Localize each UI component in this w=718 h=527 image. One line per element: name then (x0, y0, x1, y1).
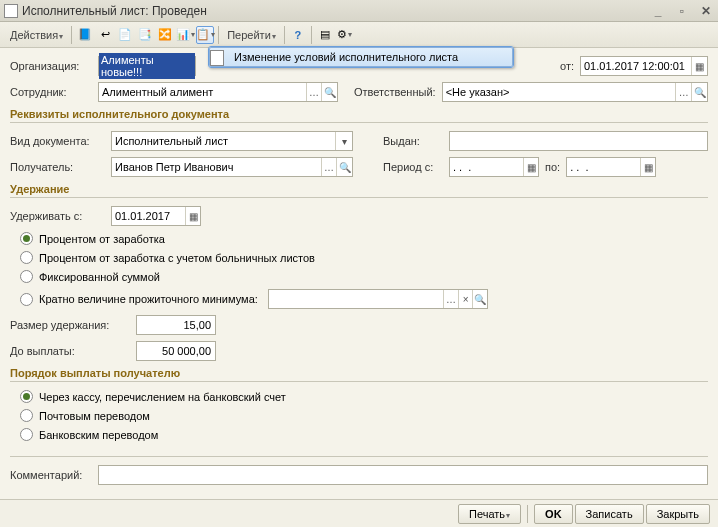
select-icon[interactable]: … (321, 158, 337, 176)
period-to-field[interactable]: ▦ (566, 157, 656, 177)
calendar-icon[interactable]: ▦ (185, 207, 200, 225)
toolbar: Действия 📘 ↩ 📄 📑 🔀 📊 📋 Перейти ? ▤ ⚙ Изм… (0, 22, 718, 48)
radio-minimum-multiple[interactable]: Кратно величине прожиточного минимума: …… (20, 289, 708, 309)
clear-icon[interactable]: × (458, 290, 473, 308)
structure-icon[interactable]: 📊 (176, 26, 194, 44)
post-doc-icon[interactable]: 📄 (116, 26, 134, 44)
section-payout: Порядок выплаты получателю (10, 367, 708, 382)
period-from-field[interactable]: ▦ (449, 157, 539, 177)
document-icon (4, 4, 18, 18)
save-button[interactable]: Записать (575, 504, 644, 524)
titlebar: Исполнительный лист: Проведен _ ▫ ✕ (0, 0, 718, 22)
print-button[interactable]: Печать (458, 504, 521, 524)
size-label: Размер удержания: (10, 319, 130, 331)
basis-icon[interactable]: 📑 (136, 26, 154, 44)
until-input[interactable] (136, 341, 216, 361)
select-icon[interactable]: … (306, 83, 322, 101)
recipient-field[interactable]: … 🔍 (111, 157, 353, 177)
radio-label: Кратно величине прожиточного минимума: (39, 293, 258, 305)
date-input[interactable] (581, 60, 691, 72)
radio-postal[interactable]: Почтовым переводом (20, 409, 708, 422)
org-value: Алименты новые!!! (99, 53, 195, 79)
radio-label: Процентом от заработка с учетом больничн… (39, 252, 315, 264)
post-icon[interactable]: 📘 (76, 26, 94, 44)
section-requisites: Реквизиты исполнительного документа (10, 108, 708, 123)
period-from-label: Период с: (383, 161, 443, 173)
comment-label: Комментарий: (10, 469, 92, 481)
window-title: Исполнительный лист: Проведен (22, 4, 650, 18)
create-basis-icon[interactable]: 📋 (196, 26, 214, 44)
help-icon[interactable]: ? (289, 26, 307, 44)
size-input[interactable] (136, 315, 216, 335)
radio-label: Фиксированной суммой (39, 271, 160, 283)
radio-percent-sick[interactable]: Процентом от заработка с учетом больничн… (20, 251, 708, 264)
search-icon[interactable]: 🔍 (472, 290, 487, 308)
doctype-label: Вид документа: (10, 135, 105, 147)
radio-cash-bank[interactable]: Через кассу, перечислением на банковский… (20, 390, 708, 403)
radio-icon (20, 232, 33, 245)
withhold-from-label: Удерживать с: (10, 210, 105, 222)
select-icon[interactable]: … (443, 290, 458, 308)
org-label: Организация: (10, 60, 92, 72)
until-label: До выплаты: (10, 345, 130, 357)
create-basis-dropdown: Изменение условий исполнительного листа (208, 46, 514, 68)
resp-input[interactable] (443, 86, 676, 98)
from-label: от: (560, 60, 574, 72)
actions-menu[interactable]: Действия (6, 29, 67, 41)
resp-field[interactable]: … 🔍 (442, 82, 708, 102)
doctype-field[interactable]: ▾ (111, 131, 353, 151)
radio-label: Через кассу, перечислением на банковский… (39, 391, 286, 403)
period-to-input[interactable] (567, 161, 640, 173)
radio-label: Почтовым переводом (39, 410, 150, 422)
org-field[interactable]: Алименты новые!!! (98, 56, 196, 76)
dropdown-icon[interactable]: ▾ (335, 132, 352, 150)
radio-icon (20, 409, 33, 422)
go-menu[interactable]: Перейти (223, 29, 280, 41)
close-footer-button[interactable]: Закрыть (646, 504, 710, 524)
emp-field[interactable]: … 🔍 (98, 82, 338, 102)
radio-icon (20, 270, 33, 283)
close-button[interactable]: ✕ (698, 4, 714, 18)
radio-percent-earnings[interactable]: Процентом от заработка (20, 232, 708, 245)
issued-label: Выдан: (383, 135, 443, 147)
list-icon[interactable]: ▤ (316, 26, 334, 44)
search-icon[interactable]: 🔍 (691, 83, 707, 101)
radio-fixed[interactable]: Фиксированной суммой (20, 270, 708, 283)
recipient-input[interactable] (112, 161, 321, 173)
calendar-icon[interactable]: ▦ (640, 158, 655, 176)
withhold-from-field[interactable]: ▦ (111, 206, 201, 226)
movement-icon[interactable]: 🔀 (156, 26, 174, 44)
menu-item-change-conditions[interactable]: Изменение условий исполнительного листа (209, 47, 513, 67)
emp-label: Сотрудник: (10, 86, 92, 98)
recipient-label: Получатель: (10, 161, 105, 173)
radio-icon (20, 251, 33, 264)
comment-input[interactable] (98, 465, 708, 485)
period-from-input[interactable] (450, 161, 523, 173)
radio-bank-transfer[interactable]: Банковским переводом (20, 428, 708, 441)
search-icon[interactable]: 🔍 (336, 158, 352, 176)
calendar-icon[interactable]: ▦ (691, 57, 707, 75)
emp-input[interactable] (99, 86, 306, 98)
footer: Печать OK Записать Закрыть (0, 499, 718, 527)
select-icon[interactable]: … (675, 83, 691, 101)
minimum-field[interactable]: … × 🔍 (268, 289, 488, 309)
radio-icon (20, 293, 33, 306)
date-field[interactable]: ▦ (580, 56, 708, 76)
settings-icon[interactable]: ⚙ (336, 26, 354, 44)
search-icon[interactable]: 🔍 (321, 83, 337, 101)
restore-button[interactable]: ▫ (674, 4, 690, 18)
reread-icon[interactable]: ↩ (96, 26, 114, 44)
radio-label: Процентом от заработка (39, 233, 165, 245)
period-to-label: по: (545, 161, 560, 173)
minimize-button[interactable]: _ (650, 4, 666, 18)
doctype-input[interactable] (112, 135, 335, 147)
section-withholding: Удержание (10, 183, 708, 198)
issued-field[interactable] (449, 131, 708, 151)
resp-label: Ответственный: (354, 86, 436, 98)
document-icon (210, 50, 228, 64)
withhold-from-input[interactable] (112, 210, 185, 222)
radio-icon (20, 428, 33, 441)
calendar-icon[interactable]: ▦ (523, 158, 538, 176)
radio-icon (20, 390, 33, 403)
ok-button[interactable]: OK (534, 504, 573, 524)
